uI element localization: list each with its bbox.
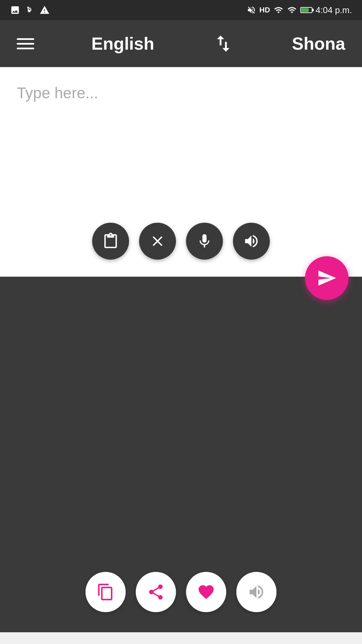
- clipboard-button[interactable]: [92, 223, 129, 260]
- speak-output-button[interactable]: [236, 572, 277, 612]
- signal1-icon: [274, 5, 284, 15]
- input-action-buttons: [92, 223, 270, 260]
- swap-languages-button[interactable]: [212, 32, 235, 55]
- clear-icon: [149, 233, 166, 250]
- output-action-buttons: [85, 572, 277, 612]
- time-display: 4:04 p.m.: [316, 5, 352, 15]
- input-section: [0, 67, 362, 277]
- battery-indicator: [300, 7, 312, 13]
- target-language-label[interactable]: Shona: [292, 34, 345, 54]
- microphone-button[interactable]: [186, 223, 223, 260]
- heart-icon: [197, 583, 215, 601]
- copy-output-button[interactable]: [85, 572, 126, 612]
- translate-button[interactable]: [305, 256, 349, 300]
- status-left-icons: [10, 5, 50, 15]
- status-right-icons: HD 4:04 p.m.: [247, 5, 352, 15]
- output-section: [0, 277, 362, 632]
- clear-button[interactable]: [139, 223, 176, 260]
- share-output-button[interactable]: [136, 572, 176, 612]
- speaker-icon: [243, 233, 260, 250]
- speaker-output-icon: [247, 583, 265, 601]
- usb-icon: [25, 5, 35, 15]
- app-header: English Shona: [0, 20, 362, 67]
- swap-icon: [213, 33, 234, 54]
- source-language-label[interactable]: English: [91, 34, 154, 54]
- copy-icon: [97, 583, 115, 601]
- speak-input-button[interactable]: [233, 223, 270, 260]
- favorite-button[interactable]: [186, 572, 226, 612]
- hd-indicator: HD: [259, 6, 270, 14]
- menu-button[interactable]: [17, 38, 34, 49]
- microphone-icon: [196, 233, 213, 250]
- image-icon: [10, 5, 20, 15]
- warning-icon: [40, 5, 50, 15]
- mute-icon: [247, 5, 256, 15]
- status-bar: HD 4:04 p.m.: [0, 0, 362, 20]
- clipboard-icon: [102, 233, 119, 250]
- signal2-icon: [287, 5, 297, 15]
- share-icon: [147, 583, 165, 601]
- send-icon: [317, 268, 337, 288]
